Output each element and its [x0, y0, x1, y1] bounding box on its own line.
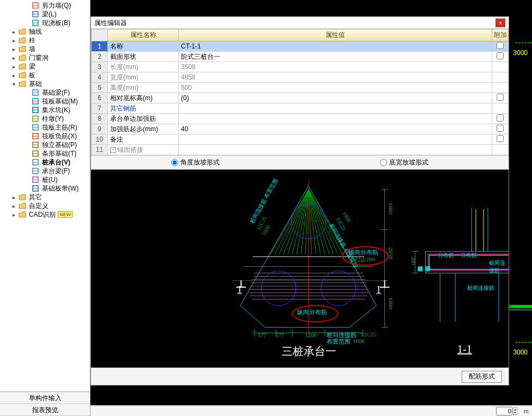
folder-icon	[18, 45, 27, 53]
prop-row-8[interactable]: 8承台单边加强筋	[92, 114, 509, 124]
tree-item-8[interactable]: ▸板	[1, 71, 90, 79]
tree-item-18[interactable]: 桩承台(V)	[1, 158, 90, 167]
wall-icon	[31, 2, 40, 9]
tree-item-21[interactable]: 基础板带(W)	[1, 184, 90, 193]
property-editor-dialog: 属性编辑器 × 属性名称 属性值 附加 1名称CT-1-12截面形状阶式三桩台一…	[90, 16, 509, 386]
prop-rownum: 7	[92, 103, 108, 114]
tree-toggle-icon[interactable]: ▸	[11, 38, 17, 44]
tree-toggle-icon[interactable]: ▸	[11, 212, 17, 218]
status-bar: ▲ ▼ m	[90, 405, 532, 416]
prop-extra[interactable]	[492, 62, 509, 72]
tree-item-13[interactable]: 柱墩(Y)	[1, 114, 90, 123]
prop-row-11[interactable]: 11+锚固搭接	[92, 145, 509, 155]
fbzj-icon	[31, 124, 40, 131]
tree-item-label: 筏板负筋(X)	[41, 132, 78, 141]
tree-item-2[interactable]: 现浇板(B)	[1, 19, 90, 27]
tree-item-15[interactable]: 筏板负筋(X)	[1, 132, 90, 140]
tree-item-10[interactable]: 基础梁(F)	[1, 88, 90, 97]
tree-item-3[interactable]: ▸轴线	[1, 27, 90, 36]
prop-extra[interactable]	[492, 93, 509, 103]
close-icon[interactable]: ×	[495, 19, 505, 27]
tree-item-7[interactable]: ▸梁	[1, 62, 90, 71]
dim-1000b: 1000	[388, 297, 394, 309]
dim-500: 500	[410, 256, 417, 265]
prop-row-4[interactable]: 4宽度(mm)4858	[92, 72, 509, 83]
status-spinner[interactable]: ▲ ▼	[496, 407, 517, 415]
prop-extra[interactable]	[492, 114, 509, 124]
tree-toggle-icon[interactable]: ▾	[11, 81, 17, 87]
prop-extra[interactable]	[492, 145, 509, 155]
tree-item-23[interactable]: ▸自定义	[1, 201, 90, 210]
tree-item-19[interactable]: 承台梁(F)	[1, 167, 90, 175]
tree-item-17[interactable]: 条形基础(T)	[1, 149, 90, 158]
radio-angle-slope[interactable]: 角度放坡形式	[171, 158, 220, 167]
prop-row-10[interactable]: 10备注	[92, 134, 509, 145]
tab-report-preview[interactable]: 报表预览	[0, 404, 90, 416]
svg-line-40	[292, 189, 309, 254]
prop-row-7[interactable]: 7其它钢筋	[92, 103, 509, 114]
prop-value[interactable]: 阶式三桩台一	[179, 52, 492, 62]
tree-toggle-icon[interactable]: ▸	[11, 29, 17, 35]
spin-down-icon[interactable]: ▼	[513, 411, 517, 414]
tree-item-6[interactable]: ▸门窗洞	[1, 53, 90, 62]
expand-icon[interactable]: +	[110, 147, 116, 153]
prop-row-1[interactable]: 1名称CT-1-1	[92, 41, 509, 52]
prop-extra[interactable]	[492, 124, 509, 134]
dim-1000a: 1000	[388, 203, 394, 215]
tree-item-12[interactable]: 集水坑(K)	[1, 106, 90, 114]
prop-row-3[interactable]: 3长度(mm)3508	[92, 62, 509, 72]
prop-rownum: 1	[92, 41, 108, 52]
tree-item-14[interactable]: 筏板主筋(R)	[1, 123, 90, 132]
property-table[interactable]: 属性名称 属性值 附加 1名称CT-1-12截面形状阶式三桩台一3长度(mm)3…	[91, 29, 509, 155]
radio-width-slope[interactable]: 底宽放坡形式	[380, 158, 428, 167]
prop-extra[interactable]	[492, 83, 509, 93]
prop-extra[interactable]	[492, 103, 509, 114]
tree-item-0[interactable]: 剪力墙(Q)	[1, 1, 90, 10]
tree-toggle-icon[interactable]: ▸	[11, 194, 17, 200]
prop-extra[interactable]	[492, 41, 509, 52]
tree-item-16[interactable]: 独立基础(P)	[1, 140, 90, 149]
prop-row-5[interactable]: 5高度(mm)500	[92, 83, 509, 93]
prop-extra[interactable]	[492, 134, 509, 145]
prop-value[interactable]: 4858	[179, 72, 492, 83]
plan-bottom-rebar1-val: 12C25	[360, 331, 376, 338]
col-value: 属性值	[179, 29, 492, 41]
tree-toggle-icon[interactable]: ▸	[11, 46, 17, 52]
component-tree[interactable]: 剪力墙(Q)梁(L)现浇板(B)▸轴线▸柱▸墙▸门窗洞▸梁▸板▾基础基础梁(F)…	[0, 0, 90, 391]
tree-item-4[interactable]: ▸柱	[1, 36, 90, 45]
prop-value[interactable]	[179, 145, 492, 155]
prop-value[interactable]	[179, 103, 492, 114]
prop-value[interactable]	[179, 134, 492, 145]
tree-item-9[interactable]: ▾基础	[1, 79, 90, 88]
rebar-form-button[interactable]: 配筋形式	[462, 371, 502, 383]
tree-toggle-icon[interactable]: ▸	[11, 64, 17, 70]
prop-row-2[interactable]: 2截面形状阶式三桩台一	[92, 52, 509, 62]
left-panel: 剪力墙(Q)梁(L)现浇板(B)▸轴线▸柱▸墙▸门窗洞▸梁▸板▾基础基础梁(F)…	[0, 0, 90, 416]
tree-item-20[interactable]: 桩(U)	[1, 175, 90, 184]
prop-value[interactable]: 40	[179, 124, 492, 134]
prop-value[interactable]: 500	[179, 83, 492, 93]
prop-extra[interactable]	[492, 72, 509, 83]
tree-item-24[interactable]: ▸CAD识别NEW	[1, 210, 90, 219]
sect-conn-1: 桩间连接筋	[489, 259, 509, 274]
beam-icon	[31, 10, 40, 18]
tree-item-5[interactable]: ▸墙	[1, 45, 90, 53]
tree-item-11[interactable]: 筏板基础(M)	[1, 97, 90, 106]
tree-item-22[interactable]: ▸其它	[1, 193, 90, 201]
new-badge-icon: NEW	[58, 211, 72, 218]
prop-value[interactable]: 3508	[179, 62, 492, 72]
prop-value[interactable]: CT-1-1	[179, 41, 492, 52]
tree-item-1[interactable]: 梁(L)	[1, 10, 90, 19]
tree-toggle-icon[interactable]: ▸	[11, 72, 17, 78]
prop-value[interactable]	[179, 114, 492, 124]
prop-value[interactable]: (0)	[179, 93, 492, 103]
prop-row-6[interactable]: 6相对底标高(m)(0)	[92, 93, 509, 103]
tree-toggle-icon[interactable]: ▸	[11, 55, 17, 61]
tree-toggle-icon[interactable]: ▸	[11, 203, 17, 209]
dialog-titlebar[interactable]: 属性编辑器 ×	[91, 17, 509, 29]
prop-row-9[interactable]: 9加强筋起步(mm)40	[92, 124, 509, 134]
tree-item-label: 自定义	[28, 201, 50, 211]
svg-line-36	[275, 189, 309, 254]
tab-single-input[interactable]: 单构件输入	[0, 392, 90, 404]
prop-extra[interactable]	[492, 52, 509, 62]
